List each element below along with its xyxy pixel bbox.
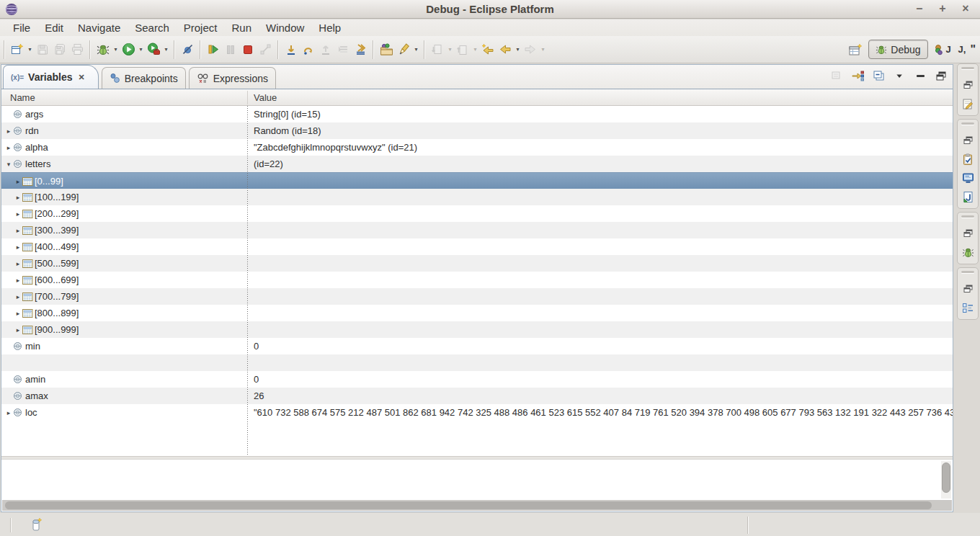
fast-view-trim-icon[interactable] <box>30 517 43 532</box>
close-window-button[interactable]: × <box>958 1 973 16</box>
table-row[interactable]: ▸ alpha "Zabcdefghijklmnopqrstuvwxyz" (i… <box>1 139 953 156</box>
table-row[interactable]: ▸ loc "610 732 588 674 575 212 487 501 8… <box>1 404 953 421</box>
previous-annotation-dropdown[interactable]: ▾ <box>471 46 479 53</box>
expander-icon[interactable]: ▸ <box>14 277 22 284</box>
vertical-scrollbar-thumb[interactable] <box>942 463 950 493</box>
open-task-button[interactable] <box>378 41 395 58</box>
next-annotation-dropdown[interactable]: ▾ <box>446 46 454 53</box>
view-menu-icon[interactable]: ▼ <box>888 68 911 83</box>
forward-button[interactable] <box>522 41 539 58</box>
save-button[interactable] <box>34 41 51 58</box>
close-tab-icon[interactable]: ✕ <box>79 73 85 82</box>
open-perspective-button[interactable] <box>847 41 864 58</box>
restore-pane-icon[interactable] <box>961 282 975 296</box>
drag-handle[interactable] <box>961 67 974 69</box>
expander-icon[interactable]: ▸ <box>14 260 22 267</box>
table-row[interactable]: ▸ [200...299] <box>1 205 953 222</box>
table-row[interactable] <box>1 354 953 371</box>
debug-perspective-button[interactable]: Debug <box>868 40 927 59</box>
minimize-window-button[interactable]: – <box>912 1 927 16</box>
collapse-all-icon[interactable] <box>871 68 886 83</box>
column-divider[interactable] <box>247 91 248 104</box>
run-dropdown[interactable]: ▾ <box>137 46 145 53</box>
run-external-tool-dropdown[interactable]: ▾ <box>162 46 170 53</box>
tab-variables[interactable]: (x)= Variables ✕ <box>3 65 99 89</box>
expander-icon[interactable]: ▸ <box>14 244 22 251</box>
restore-pane-icon[interactable] <box>961 78 975 92</box>
detail-pane[interactable] <box>2 460 952 500</box>
menu-search[interactable]: Search <box>128 21 177 35</box>
console-icon[interactable] <box>961 171 975 185</box>
debug-button[interactable] <box>94 41 112 58</box>
debug-view-icon[interactable] <box>961 245 975 259</box>
expander-icon[interactable]: ▸ <box>14 293 22 300</box>
drag-handle[interactable] <box>961 215 974 218</box>
drag-handle[interactable] <box>961 122 974 125</box>
expander-icon[interactable]: ▸ <box>14 310 22 317</box>
javadoc-icon[interactable] <box>961 189 975 204</box>
table-row[interactable]: ▸ [400...499] <box>1 238 953 255</box>
back-button[interactable] <box>496 41 514 58</box>
java-browsing-perspective-button[interactable]: J, <box>958 44 966 55</box>
menu-navigate[interactable]: Navigate <box>71 21 128 35</box>
tasks-icon[interactable] <box>961 152 975 166</box>
menu-edit[interactable]: Edit <box>37 21 71 35</box>
table-row[interactable]: amax 26 <box>1 388 953 404</box>
back-dropdown[interactable]: ▾ <box>514 46 522 53</box>
step-over-button[interactable] <box>300 41 317 58</box>
column-header-name[interactable]: Name <box>10 92 35 103</box>
step-return-button[interactable] <box>317 41 334 58</box>
maximize-view-icon[interactable] <box>934 68 948 83</box>
disconnect-button[interactable] <box>257 41 274 58</box>
editor-icon[interactable] <box>961 97 975 111</box>
menu-project[interactable]: Project <box>177 21 225 35</box>
table-row[interactable]: ▸ [500...599] <box>1 255 953 272</box>
maximize-window-button[interactable]: + <box>935 1 950 16</box>
outline-icon[interactable] <box>961 300 975 315</box>
expander-icon[interactable]: ▸ <box>14 194 22 201</box>
new-wizard-dropdown[interactable]: ▾ <box>26 46 34 53</box>
previous-annotation-button[interactable] <box>454 41 471 58</box>
table-row[interactable]: ▸ [900...999] <box>1 321 953 338</box>
print-button[interactable] <box>68 41 86 58</box>
tab-expressions[interactable]: Expressions <box>189 67 276 89</box>
run-button[interactable] <box>120 41 137 58</box>
next-annotation-button[interactable] <box>429 41 446 58</box>
table-row[interactable]: ▸ [300...399] <box>1 222 953 238</box>
expander-icon[interactable]: ▸ <box>14 178 22 185</box>
menu-help[interactable]: Help <box>311 21 348 35</box>
table-row[interactable]: ▸ [0...99] <box>1 172 953 189</box>
show-logical-structure-icon[interactable] <box>829 68 844 83</box>
table-row[interactable]: min 0 <box>1 338 953 354</box>
java-perspective-button[interactable]: J <box>932 41 954 58</box>
table-row[interactable]: ▸ rdn Random (id=18) <box>1 122 953 139</box>
menu-window[interactable]: Window <box>259 21 311 35</box>
restore-pane-icon[interactable] <box>961 226 975 241</box>
expander-icon[interactable]: ▸ <box>4 144 13 151</box>
step-into-button[interactable] <box>282 41 300 58</box>
table-row[interactable]: ▾ letters (id=22) <box>1 156 953 172</box>
table-row[interactable]: args String[0] (id=15) <box>1 106 953 122</box>
save-all-button[interactable] <box>51 41 68 58</box>
menu-run[interactable]: Run <box>224 21 259 35</box>
tab-breakpoints[interactable]: Breakpoints <box>102 67 186 89</box>
link-with-debug-icon[interactable] <box>850 68 865 83</box>
skip-all-breakpoints-button[interactable] <box>179 41 196 58</box>
forward-dropdown[interactable]: ▾ <box>539 46 547 53</box>
pause-button[interactable] <box>222 41 239 58</box>
table-row[interactable]: ▸ [800...899] <box>1 305 953 321</box>
table-row[interactable]: ▸ [100...199] <box>1 189 953 205</box>
resume-button[interactable] <box>205 41 222 58</box>
mark-occurrences-button[interactable] <box>395 41 412 58</box>
horizontal-scrollbar-thumb[interactable] <box>5 501 932 509</box>
expander-icon[interactable]: ▾ <box>4 161 13 168</box>
expander-icon[interactable]: ▸ <box>14 326 22 334</box>
restore-pane-icon[interactable] <box>961 133 975 148</box>
expander-icon[interactable]: ▸ <box>14 227 22 234</box>
detail-vertical-scrollbar[interactable] <box>941 461 951 499</box>
expander-icon[interactable]: ▸ <box>14 210 22 218</box>
stop-button[interactable] <box>239 41 257 58</box>
table-row[interactable]: ▸ [700...799] <box>1 288 953 305</box>
drag-handle[interactable] <box>961 271 974 273</box>
minimize-view-icon[interactable] <box>913 68 927 83</box>
